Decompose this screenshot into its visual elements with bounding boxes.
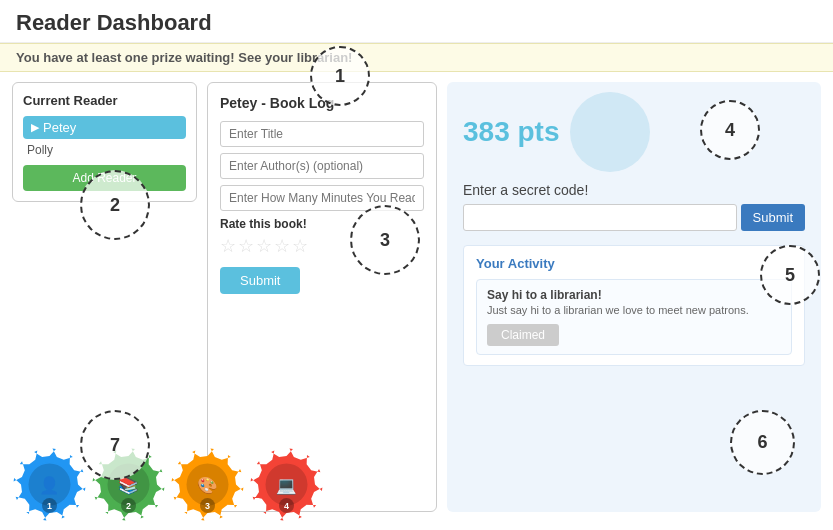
reader-arrow-icon: ▶ — [31, 121, 39, 134]
reader-sub-name: Polly — [27, 143, 186, 157]
book-log-title: Petey - Book Log — [220, 95, 424, 111]
star-2[interactable]: ☆ — [238, 235, 254, 257]
book-log-submit-button[interactable]: Submit — [220, 267, 300, 294]
points-area: 383 pts — [463, 92, 805, 172]
secret-code-label: Enter a secret code! — [463, 182, 805, 198]
gear-badge-2: 2📚 — [91, 447, 166, 522]
right-column: 383 pts Enter a secret code! Submit Your… — [447, 82, 821, 512]
notice-text: You have at least one prize waiting! See… — [16, 50, 352, 65]
reader-item[interactable]: ▶ Petey — [23, 116, 186, 139]
page-header: Reader Dashboard — [0, 0, 833, 43]
current-reader-label: Current Reader — [23, 93, 186, 108]
page-wrapper: 1234567 Reader Dashboard You have at lea… — [0, 0, 833, 530]
svg-text:📚: 📚 — [118, 475, 139, 496]
book-title-input[interactable] — [220, 121, 424, 147]
star-5[interactable]: ☆ — [292, 235, 308, 257]
points-value: 383 pts — [463, 116, 560, 148]
gear-badge-3: 3🎨 — [170, 447, 245, 522]
book-minutes-input[interactable] — [220, 185, 424, 211]
activity-title: Your Activity — [476, 256, 792, 271]
notice-bar: You have at least one prize waiting! See… — [0, 43, 833, 72]
svg-text:1: 1 — [47, 501, 52, 511]
reader-name: Petey — [43, 120, 76, 135]
svg-text:🎨: 🎨 — [197, 475, 218, 496]
star-4[interactable]: ☆ — [274, 235, 290, 257]
activity-item: Say hi to a librarian! Just say hi to a … — [476, 279, 792, 355]
svg-text:4: 4 — [284, 501, 289, 511]
gear-badges-row: 1👤2📚3🎨4💻 — [0, 439, 336, 530]
secret-code-row: Submit — [463, 204, 805, 231]
activity-item-title: Say hi to a librarian! — [487, 288, 781, 302]
secret-code-input[interactable] — [463, 204, 737, 231]
gear-badge-1: 1👤 — [12, 447, 87, 522]
svg-text:👤: 👤 — [39, 475, 60, 496]
star-3[interactable]: ☆ — [256, 235, 272, 257]
secret-code-submit-button[interactable]: Submit — [741, 204, 805, 231]
add-reader-button[interactable]: Add Reader — [23, 165, 186, 191]
claimed-button[interactable]: Claimed — [487, 324, 559, 346]
current-reader-box: Current Reader ▶ Petey Polly Add Reader — [12, 82, 197, 202]
page-title: Reader Dashboard — [16, 10, 817, 36]
rate-label: Rate this book! — [220, 217, 424, 231]
svg-text:💻: 💻 — [276, 475, 297, 496]
gear-badge-4: 4💻 — [249, 447, 324, 522]
activity-section: Your Activity Say hi to a librarian! Jus… — [463, 245, 805, 366]
star-1[interactable]: ☆ — [220, 235, 236, 257]
svg-text:2: 2 — [126, 501, 131, 511]
book-author-input[interactable] — [220, 153, 424, 179]
points-circle — [570, 92, 650, 172]
activity-item-desc: Just say hi to a librarian we love to me… — [487, 304, 781, 316]
svg-text:3: 3 — [205, 501, 210, 511]
star-rating[interactable]: ☆ ☆ ☆ ☆ ☆ — [220, 235, 424, 257]
